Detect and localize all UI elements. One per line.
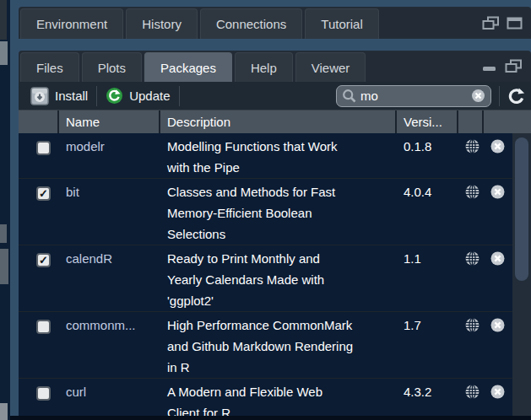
package-description: Ready to Print Monthly and Yearly Calend… <box>167 248 355 311</box>
version-cell: 4.0.4 <box>397 181 458 202</box>
package-row-modelr: modelr Modelling Functions that Work wit… <box>19 133 512 179</box>
name-cell: commonm... <box>59 315 160 336</box>
tab-tutorial[interactable]: Tutorial <box>305 8 378 39</box>
minimize-pane-icon[interactable] <box>482 59 498 73</box>
environment-pane-tabbar: Environment History Connections Tutorial <box>19 7 531 39</box>
browse-cell <box>458 248 484 266</box>
tab-environment[interactable]: Environment <box>20 8 123 39</box>
left-pane-edge <box>0 0 10 420</box>
files-pane-tabbar: Files Plots Packages Help Viewer <box>19 51 531 82</box>
package-name-link[interactable]: curl <box>66 385 86 399</box>
header-browse-column[interactable] <box>458 110 484 133</box>
header-name[interactable]: Name <box>59 110 160 133</box>
packages-table-body: modelr Modelling Functions that Work wit… <box>19 133 512 420</box>
package-description: A Modern and Flexible Web Client for R <box>167 381 355 420</box>
package-row-bit: ✓ bit Classes and Methods for Fast Memor… <box>19 179 512 245</box>
header-version[interactable]: Versi... <box>397 110 458 133</box>
vertical-scrollbar[interactable] <box>512 133 531 420</box>
checkbox-cell <box>19 381 59 401</box>
version-cell: 0.1.8 <box>397 136 458 157</box>
browse-cell <box>458 381 484 399</box>
globe-icon[interactable] <box>465 185 484 199</box>
pane-window-buttons <box>482 51 531 82</box>
header-description[interactable]: Description <box>160 110 397 133</box>
description-cell: Ready to Print Monthly and Yearly Calend… <box>160 248 397 311</box>
description-cell: Modelling Functions that Work with the P… <box>160 136 397 178</box>
checkbox-cell <box>19 136 59 155</box>
left-pane-fragment <box>0 0 7 40</box>
refresh-icon <box>507 86 526 105</box>
scrollbar-thumb[interactable] <box>515 137 528 281</box>
left-pane-fragment <box>0 403 8 420</box>
maximize-pane-icon[interactable] <box>507 16 523 30</box>
tab-help[interactable]: Help <box>235 52 293 82</box>
description-cell: A Modern and Flexible Web Client for R <box>160 381 397 420</box>
remove-package-icon[interactable] <box>490 251 512 266</box>
search-input[interactable] <box>357 89 471 103</box>
package-description: Classes and Methods for Fast Memory-Effi… <box>167 181 355 245</box>
remove-package-icon[interactable] <box>490 385 512 399</box>
remove-package-icon[interactable] <box>490 318 512 332</box>
name-cell: modelr <box>59 136 160 157</box>
remove-package-icon[interactable] <box>490 139 512 153</box>
package-name-link[interactable]: commonm... <box>66 318 136 332</box>
package-loaded-checkbox[interactable] <box>36 141 51 155</box>
update-button[interactable]: Update <box>97 82 178 110</box>
remove-cell <box>484 315 512 332</box>
left-pane-fragment <box>0 224 7 243</box>
checkbox-cell: ✓ <box>19 248 59 267</box>
package-description: Modelling Functions that Work with the P… <box>167 136 355 178</box>
browse-cell <box>458 136 484 153</box>
name-cell: calendR <box>59 248 160 269</box>
tab-connections[interactable]: Connections <box>200 8 302 39</box>
package-row-commonmark: commonm... High Performance CommonMark a… <box>19 312 512 379</box>
package-name-link[interactable]: calendR <box>66 251 112 266</box>
rstudio-screen: Environment History Connections Tutorial… <box>0 0 531 420</box>
update-packages-icon <box>106 87 123 105</box>
bottom-cutoff-strip <box>10 416 531 420</box>
restore-pane-icon[interactable] <box>482 16 500 30</box>
tab-packages[interactable]: Packages <box>144 52 232 82</box>
remove-cell <box>484 248 512 266</box>
tab-viewer[interactable]: Viewer <box>295 52 366 82</box>
toolbar-separator <box>179 86 180 106</box>
remove-package-icon[interactable] <box>490 185 512 199</box>
remove-cell <box>484 136 512 153</box>
search-icon <box>342 89 357 104</box>
packages-table-header: Name Description Versi... <box>19 110 531 133</box>
package-loaded-checkbox[interactable]: ✓ <box>36 186 51 201</box>
install-package-icon <box>30 87 49 105</box>
package-name-link[interactable]: bit <box>66 185 79 199</box>
description-cell: Classes and Methods for Fast Memory-Effi… <box>160 181 397 245</box>
package-row-calendR: ✓ calendR Ready to Print Monthly and Yea… <box>19 245 512 312</box>
description-cell: High Performance CommonMark and Github M… <box>160 315 397 378</box>
header-checkbox-column[interactable] <box>19 110 59 133</box>
left-pane-fragment <box>0 41 8 65</box>
name-cell: bit <box>59 181 160 202</box>
browse-cell <box>458 181 484 199</box>
globe-icon[interactable] <box>465 251 484 266</box>
version-cell: 1.1 <box>397 248 458 269</box>
globe-icon[interactable] <box>465 139 484 153</box>
globe-icon[interactable] <box>465 385 484 399</box>
tab-files[interactable]: Files <box>20 52 79 82</box>
install-button-label: Install <box>55 89 88 103</box>
browse-cell <box>458 315 484 332</box>
clear-search-icon[interactable] <box>471 89 485 103</box>
tab-plots[interactable]: Plots <box>82 52 142 82</box>
header-remove-column[interactable] <box>484 110 531 133</box>
version-cell: 1.7 <box>397 315 458 336</box>
restore-pane-icon[interactable] <box>505 59 523 73</box>
left-pane-fragment <box>0 249 8 284</box>
name-cell: curl <box>59 381 160 402</box>
package-name-link[interactable]: modelr <box>66 139 105 153</box>
package-search-box[interactable] <box>336 85 491 107</box>
checkbox-cell <box>19 315 59 334</box>
package-loaded-checkbox[interactable]: ✓ <box>36 253 51 267</box>
refresh-button[interactable] <box>500 86 531 105</box>
package-loaded-checkbox[interactable] <box>36 320 51 334</box>
install-button[interactable]: Install <box>22 82 96 110</box>
globe-icon[interactable] <box>465 318 484 332</box>
package-loaded-checkbox[interactable] <box>36 386 51 401</box>
tab-history[interactable]: History <box>126 8 198 39</box>
